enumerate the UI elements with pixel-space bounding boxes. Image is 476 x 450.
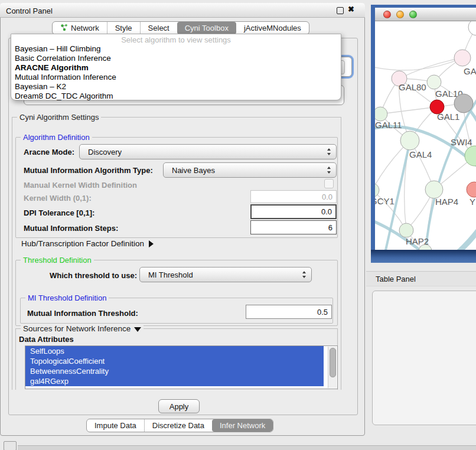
list-item[interactable]: BetweennessCentrality [25, 366, 324, 376]
data-attributes-list[interactable]: SelfLoops TopologicalCoefficient Between… [25, 345, 338, 389]
tab-network-label: Network [71, 24, 99, 32]
tab-impute-data[interactable]: Impute Data [87, 419, 144, 432]
network-node-label: GCY1 [375, 196, 395, 206]
tab-network[interactable]: Network [53, 22, 107, 34]
network-edge [399, 58, 462, 79]
collapse-panel-button[interactable] [4, 441, 17, 450]
list-scrollbar-thumb[interactable] [330, 348, 336, 377]
mi-type-value: Naive Bayes [172, 166, 215, 175]
tab-infer-network-label: Infer Network [220, 421, 265, 430]
mi-steps-field[interactable]: 6 [250, 220, 337, 234]
collapse-down-icon [134, 327, 141, 332]
tab-jactivemnodules[interactable]: jActiveMNodules [236, 22, 309, 34]
aracne-mode-value: Discovery [88, 148, 122, 156]
network-window-bottom-border [371, 250, 476, 263]
close-icon[interactable]: ✖ [348, 5, 354, 14]
network-node-label: SWI4 [451, 137, 472, 147]
network-edge [375, 58, 462, 70]
network-node[interactable] [427, 75, 441, 89]
network-node[interactable] [468, 21, 476, 35]
which-threshold-combo[interactable]: MI Threshold [139, 267, 312, 282]
mi-steps-label: Mutual Information Steps: [24, 224, 118, 233]
table-panel-title: Table Panel [376, 275, 416, 283]
list-vertical-scrollbar[interactable] [328, 347, 337, 388]
control-panel-title: Control Panel [6, 6, 53, 15]
popup-item[interactable]: Mutual Information Inference [11, 73, 341, 82]
spinner-arrows-icon [302, 271, 307, 278]
which-threshold-label: Which threshold to use: [50, 271, 137, 280]
hub-definition-label: Hub/Transcription Factor Definition [21, 239, 144, 248]
kernel-width-field[interactable]: 0.0 [250, 190, 337, 203]
network-node[interactable] [400, 131, 419, 150]
mi-type-combo[interactable]: Naive Bayes [163, 162, 337, 178]
network-node-label: GAL [464, 66, 476, 76]
popup-item[interactable]: Dream8 DC_TDC Algorithm [11, 92, 341, 101]
mi-threshold-label: Mutual Information Threshold: [27, 309, 138, 318]
tab-style-label: Style [115, 24, 132, 32]
tab-select[interactable]: Select [140, 22, 177, 34]
popup-item[interactable]: Basic Correlation Inference [11, 54, 341, 63]
network-node[interactable] [454, 94, 473, 113]
network-node[interactable] [467, 182, 476, 197]
sources-collapse-control[interactable]: Sources for Network Inference [21, 324, 144, 333]
manual-kernel-label: Manual Kernel Width Definition [24, 181, 137, 190]
tab-discretize-data-label: Discretize Data [152, 421, 204, 430]
mac-zoom-icon[interactable] [409, 11, 417, 18]
expand-right-icon [149, 240, 154, 247]
control-panel-titlebar[interactable] [0, 3, 365, 18]
mi-threshold-legend: MI Threshold Definition [25, 294, 109, 302]
popup-item-highlighted[interactable]: ARACNE Algorithm [11, 63, 341, 73]
spinner-arrows-icon [327, 167, 331, 174]
algorithm-definition-legend: Algorithm Definition [21, 133, 92, 142]
network-canvas[interactable]: GALGAL80GAL10GAL1GAL11SWI4GAL4GCY1HAP4YH… [375, 21, 476, 250]
network-node[interactable] [375, 183, 379, 197]
network-view-window[interactable]: GALGAL80GAL10GAL1GAL11SWI4GAL4GCY1HAP4YH… [371, 5, 476, 263]
mi-type-label: Mutual Information Algorithm Type: [24, 166, 153, 175]
network-node[interactable] [454, 50, 471, 66]
tab-infer-network[interactable]: Infer Network [212, 419, 273, 432]
network-thick-edge [375, 126, 476, 168]
network-node-label: GAL1 [437, 112, 459, 122]
which-threshold-value: MI Threshold [148, 270, 193, 279]
tab-cyni-toolbox[interactable]: Cyni Toolbox [177, 22, 236, 34]
network-node-label: HAP4 [435, 197, 458, 207]
network-node[interactable] [375, 107, 387, 121]
list-item[interactable]: SelfLoops [25, 346, 324, 356]
bottom-tabbar: Impute Data Discretize Data Infer Networ… [86, 419, 273, 432]
algorithm-popup: Select algorithm to view settings Bayesi… [11, 34, 341, 100]
hub-definition-expander[interactable]: Hub/Transcription Factor Definition [21, 239, 154, 248]
list-item[interactable]: gal4RGexp [25, 376, 324, 386]
sources-legend: Sources for Network Inference [23, 324, 131, 333]
cyni-algorithm-settings-legend: Cyni Algorithm Settings [17, 113, 101, 122]
network-node-label: GAL11 [375, 120, 402, 130]
aracne-mode-combo[interactable]: Discovery [79, 144, 337, 159]
table-panel [372, 291, 476, 425]
popup-item[interactable]: Bayesian – Hill Climbing [11, 44, 341, 54]
control-panel-tabbar: Network Style Select Cyni Toolbox jActiv… [52, 21, 309, 35]
threshold-definition-legend: Threshold Definition [21, 256, 94, 265]
network-edge [380, 107, 437, 114]
network-node[interactable] [425, 181, 443, 198]
tab-style[interactable]: Style [107, 22, 140, 34]
float-window-icon[interactable] [337, 7, 344, 14]
dpi-tolerance-field[interactable]: 0.0 [250, 204, 337, 219]
mac-close-icon[interactable] [383, 11, 391, 18]
spinner-arrows-icon [327, 148, 331, 155]
data-attributes-label: Data Attributes [19, 335, 74, 344]
network-thick-edge [441, 228, 476, 250]
tab-discretize-data[interactable]: Discretize Data [144, 419, 212, 432]
mac-minimize-icon[interactable] [396, 11, 404, 18]
network-node[interactable] [399, 223, 413, 237]
list-item[interactable]: TopologicalCoefficient [25, 356, 324, 366]
popup-item[interactable]: Bayesian – K2 [11, 82, 341, 92]
algorithm-popup-prompt: Select algorithm to view settings [11, 34, 341, 44]
mi-threshold-field[interactable]: 0.5 [246, 305, 332, 319]
network-node-label: Y [470, 197, 475, 207]
apply-button[interactable]: Apply [158, 399, 200, 413]
manual-kernel-checkbox[interactable] [324, 179, 334, 188]
tab-cyni-toolbox-label: Cyni Toolbox [185, 24, 229, 32]
tab-impute-data-label: Impute Data [94, 421, 136, 430]
tab-select-label: Select [148, 24, 169, 32]
tab-jactivemnodules-label: jActiveMNodules [244, 24, 301, 32]
network-view-titlebar[interactable] [375, 8, 476, 21]
